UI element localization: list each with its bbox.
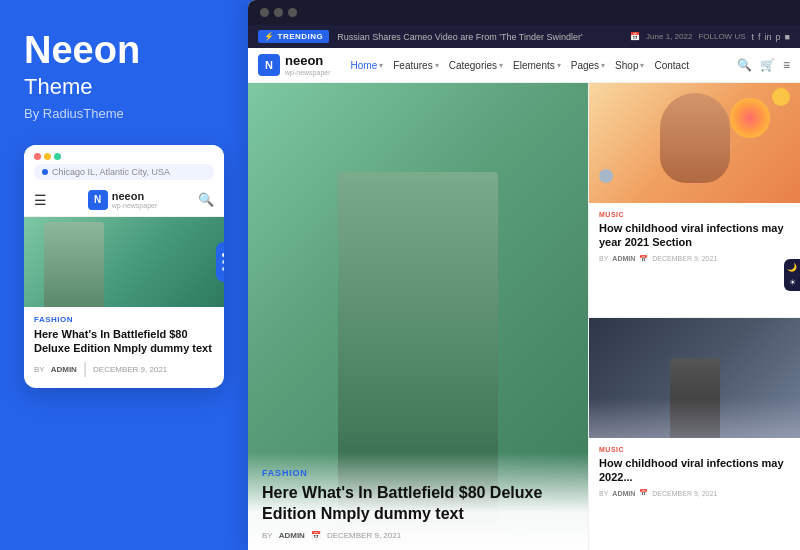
- facebook-icon[interactable]: f: [758, 32, 761, 42]
- hero-author[interactable]: ADMIN: [279, 531, 305, 540]
- cart-icon[interactable]: 🛒: [760, 58, 775, 72]
- browser-dot-1: [260, 8, 269, 17]
- hero-section: FASHION Here What's In Battlefield $80 D…: [248, 83, 588, 550]
- right-panel: ⚡ TRENDING Russian Shares Cameo Video ar…: [248, 0, 800, 550]
- sidebar-by-1: BY: [599, 255, 608, 262]
- trending-headline[interactable]: Russian Shares Cameo Video are From 'The…: [337, 32, 622, 42]
- sidebar-author-2[interactable]: ADMIN: [612, 490, 635, 497]
- lollipop: [730, 98, 770, 138]
- brand-subtitle: Theme: [24, 74, 224, 100]
- nav-elements[interactable]: Elements ▾: [513, 60, 561, 71]
- dot-red: [34, 153, 41, 160]
- sidebar-cal-2: 📅: [639, 489, 648, 497]
- mobile-meta: BY ADMIN | DECEMBER 9, 2021: [34, 360, 214, 378]
- scroll-dot-2: [222, 267, 224, 271]
- nav-home[interactable]: Home ▾: [351, 60, 384, 71]
- sidebar-date-1: DECEMBER 9, 2021: [652, 255, 717, 262]
- scroll-dot: [222, 260, 224, 264]
- location-dot: [42, 169, 48, 175]
- trending-text: TRENDING: [278, 32, 324, 41]
- sidebar-title-2[interactable]: How childhood viral infections may 2022.…: [599, 456, 790, 485]
- mobile-nav: ☰ N neeon wp-newspaper 🔍: [24, 186, 224, 217]
- site-logo: N neeon wp-newspaper: [258, 54, 331, 76]
- mobile-logo-icon: N: [88, 190, 108, 210]
- person-face: [660, 93, 730, 183]
- twitter-icon[interactable]: t: [752, 32, 755, 42]
- mobile-author[interactable]: ADMIN: [51, 365, 77, 374]
- brand-by: By RadiusTheme: [24, 106, 224, 121]
- trending-label: ⚡ TRENDING: [258, 30, 329, 43]
- lightning-icon: ⚡: [264, 32, 275, 41]
- nav-features[interactable]: Features ▾: [393, 60, 438, 71]
- article-person: [44, 222, 104, 307]
- sidebar-meta-2: BY ADMIN 📅 DECEMBER 9, 2021: [599, 489, 790, 497]
- mobile-search-icon[interactable]: 🔍: [198, 192, 214, 207]
- pinterest-icon[interactable]: p: [776, 32, 781, 42]
- hero-date: DECEMBER 9, 2021: [327, 531, 401, 540]
- mobile-article-title[interactable]: Here What's In Battlefield $80 Deluxe Ed…: [34, 327, 214, 356]
- categories-chevron: ▾: [499, 61, 503, 70]
- sidebar-title-1[interactable]: How childhood viral infections may year …: [599, 221, 790, 250]
- sidebar-image-2: [589, 318, 800, 438]
- sidebar-date-2: DECEMBER 9, 2021: [652, 490, 717, 497]
- sidebar-articles: MUSIC How childhood viral infections may…: [588, 83, 800, 550]
- hero-calendar-icon: 📅: [311, 531, 321, 540]
- hero-by-label: BY: [262, 531, 273, 540]
- shop-chevron: ▾: [640, 61, 644, 70]
- nav-links: Home ▾ Features ▾ Categories ▾ Elements …: [351, 60, 725, 71]
- mobile-address-bar: Chicago IL, Atlantic City, USA: [34, 164, 214, 180]
- nav-actions: 🔍 🛒 ≡: [737, 58, 790, 72]
- mobile-logo-tagline: wp-newspaper: [112, 202, 158, 209]
- calendar-icon: 📅: [630, 32, 640, 41]
- social-icons: t f in p ■: [752, 32, 791, 42]
- smoke-effect: [589, 398, 800, 438]
- left-panel: Neeon Theme By RadiusTheme Chicago IL, A…: [0, 0, 248, 550]
- linkedin-icon[interactable]: in: [765, 32, 772, 42]
- mobile-date: DECEMBER 9, 2021: [93, 365, 167, 374]
- dot-yellow: [44, 153, 51, 160]
- decorative-circle-2: [599, 169, 613, 183]
- sidebar-by-2: BY: [599, 490, 608, 497]
- menu-icon[interactable]: ≡: [783, 58, 790, 72]
- site-nav: N neeon wp-newspaper Home ▾ Features ▾ C…: [248, 48, 800, 83]
- rss-icon[interactable]: ■: [785, 32, 790, 42]
- browser-dot-3: [288, 8, 297, 17]
- browser-dots: [260, 8, 788, 25]
- nav-pages[interactable]: Pages ▾: [571, 60, 605, 71]
- address-text: Chicago IL, Atlantic City, USA: [52, 167, 170, 177]
- mobile-logo-text: neeon wp-newspaper: [112, 190, 158, 209]
- decorative-circle-1: [772, 88, 790, 106]
- sidebar-article-content-1: MUSIC How childhood viral infections may…: [589, 203, 800, 317]
- dot-green: [54, 153, 61, 160]
- hero-category: FASHION: [262, 468, 574, 478]
- search-icon[interactable]: 🔍: [737, 58, 752, 72]
- nav-shop[interactable]: Shop ▾: [615, 60, 644, 71]
- mobile-article-image: [24, 217, 224, 307]
- site-logo-tagline: wp-newspaper: [285, 69, 331, 76]
- sun-icon: ☀: [787, 278, 797, 287]
- site-logo-icon: N: [258, 54, 280, 76]
- follow-label: FOLLOW US: [698, 32, 745, 41]
- nav-categories[interactable]: Categories ▾: [449, 60, 503, 71]
- sidebar-image-1: [589, 83, 800, 203]
- trending-date: June 1, 2022: [646, 32, 692, 41]
- mobile-card: Chicago IL, Atlantic City, USA ☰ N neeon…: [24, 145, 224, 389]
- sidebar-article-content-2: MUSIC How childhood viral infections may…: [589, 438, 800, 551]
- sidebar-author-1[interactable]: ADMIN: [612, 255, 635, 262]
- brand-title: Neeon: [24, 30, 224, 72]
- sidebar-meta-1: BY ADMIN 📅 DECEMBER 9, 2021: [599, 255, 790, 263]
- site-logo-text-block: neeon wp-newspaper: [285, 54, 331, 75]
- scroll-indicator[interactable]: [216, 242, 224, 282]
- right-panel-toggle[interactable]: 🌙 ☀: [784, 259, 800, 291]
- mobile-logo: N neeon wp-newspaper: [88, 190, 158, 210]
- trending-bar: ⚡ TRENDING Russian Shares Cameo Video ar…: [248, 25, 800, 48]
- hero-title[interactable]: Here What's In Battlefield $80 Deluxe Ed…: [262, 483, 574, 525]
- sidebar-category-1: MUSIC: [599, 211, 790, 218]
- sidebar-cal-1: 📅: [639, 255, 648, 263]
- mobile-topbar: [24, 145, 224, 164]
- hamburger-icon[interactable]: ☰: [34, 192, 47, 208]
- elements-chevron: ▾: [557, 61, 561, 70]
- nav-contact[interactable]: Contact: [654, 60, 688, 71]
- hero-meta: BY ADMIN 📅 DECEMBER 9, 2021: [262, 531, 574, 540]
- moon-icon: 🌙: [787, 263, 797, 272]
